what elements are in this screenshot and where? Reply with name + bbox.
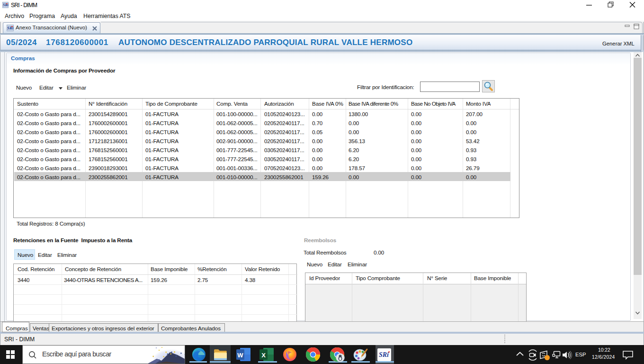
svg-text:X: X (261, 352, 266, 359)
svg-text:W: W (237, 352, 243, 359)
